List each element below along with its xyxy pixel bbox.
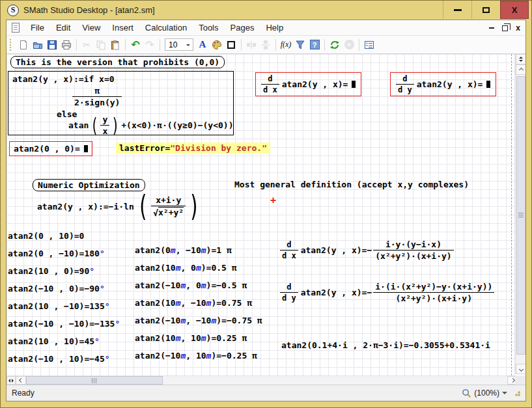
- note-most-general[interactable]: Most general definition (accept x,y comp…: [234, 180, 469, 189]
- palette-icon: [212, 40, 222, 50]
- result-expression[interactable]: atan2(10 m , −10 m)=0.75 π: [135, 294, 262, 312]
- derivative-x-result[interactable]: dd x atan2(y , x)=− i·y·(y−i·x)(x²+y²)·(…: [280, 235, 454, 265]
- definition-block[interactable]: atan2(y , x):=if x=0 π2·sign(y) else ata…: [8, 71, 234, 135]
- menu-item-view[interactable]: View: [76, 21, 106, 34]
- app-logo-icon: S: [7, 5, 19, 16]
- menu-item-pages[interactable]: Pages: [225, 21, 260, 34]
- vertical-scrollbar[interactable]: [515, 54, 525, 374]
- result-expression[interactable]: atan2(0 , 10)=0: [8, 227, 120, 245]
- save-button[interactable]: [45, 38, 59, 52]
- unit-label: °: [105, 354, 110, 364]
- toolbar-grip[interactable]: [10, 39, 13, 51]
- split-view-horizontal-button[interactable]: [7, 376, 16, 385]
- font-color-button[interactable]: A: [195, 38, 210, 52]
- ddy-probe[interactable]: dd y atan2(y , x)=: [390, 72, 496, 96]
- eval-zero-zero[interactable]: atan2(0 , 0)=: [9, 141, 92, 156]
- printer-icon: [61, 40, 72, 50]
- refresh-icon: [329, 40, 340, 50]
- scroll-down-button[interactable]: [516, 364, 525, 374]
- undo-arrow-icon: ↶: [131, 40, 139, 50]
- scroll-up-button[interactable]: [516, 64, 525, 75]
- vertical-separator-button: [259, 38, 273, 52]
- note-numeric-optimization[interactable]: Numeric Optimization: [33, 179, 145, 191]
- minimize-button[interactable]: [443, 1, 471, 19]
- result-expression[interactable]: atan2(0 , −10)=180 °: [8, 245, 120, 262]
- resize-grip[interactable]: [514, 390, 520, 396]
- placeholder-box: [352, 81, 356, 88]
- result-expression[interactable]: atan2(10 , 0)=90 °: [8, 262, 120, 280]
- insert-function-button[interactable]: f(x): [279, 38, 293, 52]
- redo-arrow-icon: ↷: [145, 40, 154, 50]
- menu-item-insert[interactable]: Insert: [106, 21, 139, 34]
- window-title: SMath Studio Desktop - [atan2.sm]: [23, 5, 155, 15]
- unit-label: m: [176, 333, 181, 343]
- result-expression[interactable]: atan2(−10 , −10)=−135 °: [8, 315, 120, 333]
- mdi-restore-icon[interactable]: [502, 25, 508, 31]
- background-color-button[interactable]: [210, 38, 224, 52]
- close-button[interactable]: X: [500, 1, 529, 19]
- definition-else-branch: atan(yx)+(x<0)·π·((y≥0)−(y<0)): [68, 115, 233, 135]
- undo-button[interactable]: ↶: [128, 38, 143, 52]
- recalculate-button[interactable]: [328, 38, 342, 52]
- ddx-probe[interactable]: dd x atan2(y , x)=: [255, 72, 361, 96]
- horizontal-scrollbar[interactable]: [7, 375, 518, 385]
- print-button[interactable]: [59, 38, 74, 52]
- unit-label: m: [176, 298, 181, 308]
- options-button[interactable]: [362, 38, 376, 52]
- insert-unit-button[interactable]: [293, 38, 307, 52]
- result-expression[interactable]: atan2(−10 , 10)=−45 °: [8, 350, 120, 368]
- redo-button: ↷: [143, 38, 157, 52]
- menu-item-help[interactable]: Help: [260, 21, 289, 34]
- open-folder-icon: [33, 40, 43, 50]
- mdi-window-controls: x: [489, 20, 520, 36]
- menu-item-calculation[interactable]: Calculation: [139, 21, 193, 34]
- menu-item-tools[interactable]: Tools: [193, 21, 224, 34]
- unit-label: m: [180, 316, 186, 325]
- font-size-combo[interactable]: 10: [165, 38, 193, 51]
- zoom-dropdown-icon[interactable]: [502, 392, 507, 397]
- unit-label: m: [206, 298, 212, 308]
- mdi-close-icon[interactable]: x: [516, 24, 520, 32]
- last-error[interactable]: lastError="Division by zero.": [116, 143, 270, 154]
- maximize-icon: [483, 7, 490, 13]
- document-icon[interactable]: [12, 23, 20, 33]
- main-menu: FileEditViewInsertCalculationToolsPagesH…: [25, 21, 289, 34]
- open-file-button[interactable]: [31, 38, 45, 52]
- result-expression[interactable]: atan2(−10 m , 10 m)=−0.25 π: [135, 347, 262, 364]
- result-expression[interactable]: atan2(10 m , 0 m)=0.5 π: [135, 259, 262, 277]
- optimization-definition[interactable]: atan2(y , x):=−i·ln ( x+i·y √x²+y² ): [37, 191, 203, 222]
- menu-item-edit[interactable]: Edit: [50, 21, 76, 34]
- complex-eval-result[interactable]: atan2(0.1+4·i , 2·π−3·i)=−0.3055+0.5341·…: [281, 340, 490, 350]
- unit-label: m: [196, 263, 201, 273]
- menu-item-file[interactable]: File: [25, 21, 50, 34]
- magnifier-icon[interactable]: [462, 388, 471, 398]
- horizontal-scroll-thumb[interactable]: [26, 376, 163, 385]
- zoom-level[interactable]: (100%): [474, 388, 499, 398]
- app-window: S SMath Studio Desktop - [atan2.sm] X Fi…: [0, 0, 532, 408]
- mdi-minimize-icon[interactable]: [489, 27, 494, 29]
- last-error-value: "Division by zero.": [170, 143, 267, 153]
- worksheet-canvas[interactable]: This is the version that prohibits (0,0)…: [7, 54, 518, 375]
- result-expression[interactable]: atan2(0 m , −10 m)=1 π: [135, 241, 262, 259]
- result-expression[interactable]: atan2(10 m , 10 m)=0.25 π: [135, 329, 262, 347]
- note-prohibit[interactable]: This is the version that prohibits (0,0): [10, 56, 225, 68]
- result-expression[interactable]: atan2(−10 m , −10 m)=−0.75 π: [135, 312, 262, 329]
- result-expression[interactable]: atan2(10 , 10)=45 °: [8, 333, 120, 350]
- paste-button[interactable]: [108, 38, 122, 52]
- scroll-left-button[interactable]: [16, 376, 26, 385]
- menu-bar: FileEditViewInsertCalculationToolsPagesH…: [7, 20, 525, 36]
- definition-head: atan2(y , x):=if x=0: [12, 74, 115, 84]
- insertion-cursor[interactable]: +: [270, 195, 276, 206]
- result-expression[interactable]: atan2(−10 , 0)=−90 °: [8, 280, 120, 297]
- split-view-button[interactable]: [516, 54, 525, 64]
- vertical-scroll-thumb[interactable]: [516, 76, 525, 355]
- unit-label: m: [180, 351, 186, 360]
- result-expression[interactable]: atan2(−10 m , 0 m)=−0.5 π: [135, 277, 262, 294]
- unit-help-button[interactable]: ?: [307, 38, 322, 52]
- show-border-button[interactable]: [224, 38, 238, 52]
- derivative-y-result[interactable]: dd y atan2(y , x)=− i·(i·(x²+y²)−y·(x+i·…: [280, 275, 494, 309]
- result-expression[interactable]: atan2(10 , −10)=135 °: [8, 297, 120, 315]
- maximize-button[interactable]: [471, 1, 500, 19]
- new-document-button[interactable]: [16, 38, 31, 52]
- client-area: FileEditViewInsertCalculationToolsPagesH…: [6, 20, 526, 401]
